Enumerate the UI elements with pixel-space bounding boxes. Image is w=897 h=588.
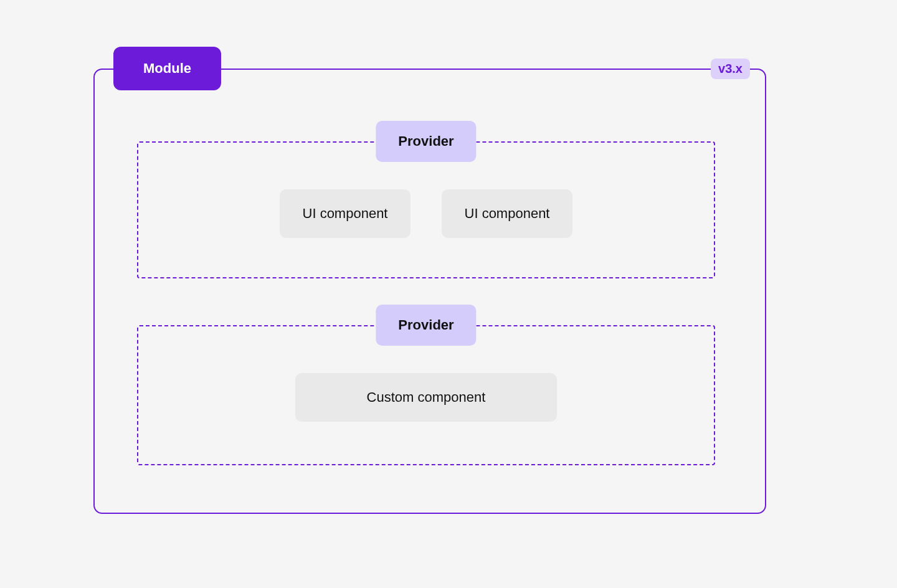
provider-label-1: Provider (376, 121, 476, 162)
ui-component-2: UI component (442, 189, 572, 238)
component-row-1: UI component UI component (138, 189, 714, 238)
version-badge: v3.x (711, 59, 750, 79)
module-container: Module v3.x Provider UI component UI com… (93, 69, 766, 514)
component-row-2: Custom component (138, 373, 714, 422)
provider-container-1: Provider UI component UI component (137, 141, 715, 278)
provider-label-2: Provider (376, 305, 476, 346)
module-label: Module (113, 47, 221, 90)
provider-container-2: Provider Custom component (137, 325, 715, 465)
ui-component-1: UI component (280, 189, 411, 238)
custom-component: Custom component (295, 373, 557, 422)
